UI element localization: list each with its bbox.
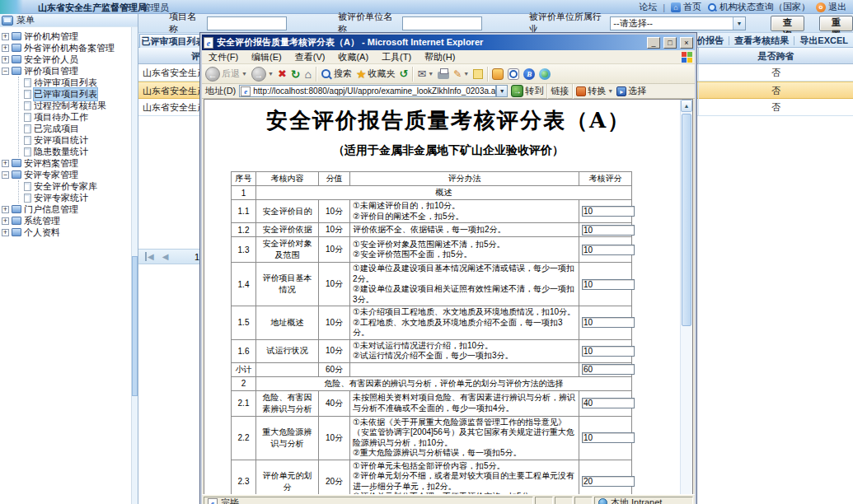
maximize-button[interactable]: □: [663, 37, 677, 49]
expand-icon[interactable]: +: [2, 206, 9, 213]
search-button[interactable]: 搜索: [321, 68, 352, 80]
industry-select[interactable]: --请选择-- ▼: [610, 16, 746, 30]
bluetooth-button[interactable]: B: [523, 68, 535, 80]
content-scrollbar[interactable]: ▲: [680, 100, 692, 497]
expand-icon[interactable]: +: [2, 229, 9, 236]
score-input[interactable]: [582, 317, 635, 328]
score-input[interactable]: [582, 346, 635, 357]
score-input[interactable]: [582, 398, 635, 408]
history-button[interactable]: ↺: [400, 68, 409, 80]
sidebar-item-已评审项目列表[interactable]: 已评审项目列表: [19, 88, 130, 100]
print-icon: [438, 72, 449, 79]
project-name-input[interactable]: [207, 16, 287, 30]
convert-button[interactable]: 转换▼: [576, 85, 613, 97]
cross-province-cell: 否: [698, 82, 853, 99]
reset-button[interactable]: 重置: [819, 16, 853, 31]
content-scrollbar-thumb[interactable]: [682, 114, 691, 326]
home-button[interactable]: ⌂: [305, 68, 312, 81]
menu-item-文件(F)[interactable]: 文件(F): [202, 51, 245, 63]
back-button[interactable]: ← 后退▼: [205, 67, 247, 82]
score-input[interactable]: [582, 279, 635, 290]
prev-page-icon[interactable]: ◀: [162, 252, 169, 261]
query-button[interactable]: 查询: [771, 16, 804, 31]
forum-link[interactable]: 论坛: [639, 1, 657, 13]
org-title: 山东省安全生产监督管理局: [38, 2, 147, 14]
sidebar-item-门户信息管理[interactable]: +门户信息管理: [2, 203, 130, 215]
address-input[interactable]: e http://localhost:8080/aqpj/UI/appro/ex…: [239, 85, 496, 97]
tab-reviewed-projects[interactable]: 已评审项目列表: [139, 34, 207, 48]
minimize-button[interactable]: _: [647, 37, 660, 49]
sidebar-item-外省评价机构备案管理[interactable]: +外省评价机构备案管理: [2, 42, 130, 54]
sidebar-item-过程控制考核结果[interactable]: 过程控制考核结果: [19, 100, 130, 111]
messenger-button[interactable]: [492, 68, 504, 80]
menu-item-帮助(H)[interactable]: 帮助(H): [418, 51, 462, 63]
sidebar-item-安评专家管理[interactable]: −安评专家管理: [2, 169, 130, 180]
research-button[interactable]: [508, 68, 519, 80]
chevron-down-icon[interactable]: ▼: [463, 71, 469, 77]
view-result-link[interactable]: 查看考核结果: [734, 35, 789, 47]
home-link[interactable]: ⌂ 首页: [671, 1, 701, 13]
select-button[interactable]: ▸ 选择: [616, 85, 646, 97]
score-input[interactable]: [582, 476, 635, 487]
chevron-down-icon[interactable]: ▼: [428, 71, 434, 77]
chevron-down-icon[interactable]: ▼: [733, 17, 745, 30]
export-excel-link[interactable]: 导出EXCEL: [799, 35, 848, 47]
sidebar-item-评价项目管理[interactable]: −评价项目管理: [2, 65, 130, 77]
sidebar-item-安评专家统计[interactable]: 安评专家统计: [19, 192, 130, 203]
msn-button[interactable]: [539, 68, 551, 80]
refresh-button[interactable]: ↻: [291, 68, 301, 81]
sidebar-item-已完成项目[interactable]: 已完成项目: [19, 123, 130, 134]
sidebar-item-隐患数量统计[interactable]: 隐患数量统计: [19, 146, 130, 157]
close-button[interactable]: ×: [680, 37, 693, 49]
chevron-down-icon[interactable]: ▼: [607, 88, 613, 94]
chevron-down-icon[interactable]: ▼: [241, 71, 247, 77]
sidebar-item-安全评价人员[interactable]: +安全评价人员: [2, 54, 130, 65]
sidebar-item-系统管理[interactable]: +系统管理: [2, 215, 130, 226]
sidebar-item-安评项目统计[interactable]: 安评项目统计: [19, 134, 130, 146]
score-input[interactable]: [582, 225, 635, 236]
sidebar-item-评价机构管理[interactable]: +评价机构管理: [2, 30, 130, 42]
expand-icon[interactable]: +: [2, 33, 9, 40]
go-button[interactable]: → 转到: [511, 85, 543, 97]
expand-icon[interactable]: +: [2, 217, 9, 225]
scroll-up-icon[interactable]: ▲: [681, 100, 692, 112]
sidebar-scrollbar-thumb[interactable]: [132, 256, 138, 396]
score-value-cell: 20分: [319, 460, 350, 497]
menu-item-收藏(A)[interactable]: 收藏(A): [331, 51, 375, 63]
print-button[interactable]: [438, 68, 449, 79]
edit-button[interactable]: ✎▼: [453, 68, 469, 80]
sidebar-scrollbar[interactable]: [131, 27, 138, 504]
sidebar-item-待评审项目列表[interactable]: 待评审项目列表: [19, 77, 130, 88]
forward-button[interactable]: →▼: [251, 67, 274, 82]
favorites-button[interactable]: ★ 收藏夹: [356, 68, 396, 81]
sidebar-item-个人资料[interactable]: +个人资料: [2, 226, 130, 238]
mail-button[interactable]: ✉▼: [417, 68, 434, 80]
stop-button[interactable]: ✖: [278, 68, 287, 80]
logout-link[interactable]: o 退出: [816, 1, 846, 13]
score-input[interactable]: [582, 206, 635, 217]
score-input[interactable]: [582, 245, 635, 255]
links-button[interactable]: 链接: [551, 85, 569, 97]
collapse-icon[interactable]: −: [2, 68, 9, 75]
menu-item-查看(V)[interactable]: 查看(V): [288, 51, 332, 63]
discuss-button[interactable]: [473, 69, 483, 79]
sidebar-item-项目待办工作[interactable]: 项目待办工作: [19, 111, 130, 123]
score-input[interactable]: [582, 432, 635, 443]
address-dropdown-icon[interactable]: ▼: [496, 85, 508, 97]
collapse-icon[interactable]: −: [2, 171, 9, 179]
window-titlebar[interactable]: e 安全评价报告质量考核评分表（A） - Microsoft Internet …: [202, 35, 695, 50]
unit-name-input[interactable]: [402, 16, 482, 30]
status-panel: [574, 497, 593, 504]
menu-item-编辑(E)[interactable]: 编辑(E): [245, 51, 288, 63]
score-input[interactable]: [582, 364, 635, 375]
expand-icon[interactable]: +: [2, 160, 9, 167]
org-status-link[interactable]: 机构状态查询（国家）: [707, 1, 810, 13]
sidebar-item-安评档案管理[interactable]: +安评档案管理: [2, 157, 130, 169]
expand-icon[interactable]: +: [2, 56, 9, 63]
first-page-icon[interactable]: ◀: [145, 252, 154, 261]
chevron-down-icon[interactable]: ▼: [268, 71, 274, 77]
item-number-cell: 1.3: [232, 237, 256, 263]
menu-item-工具(T)[interactable]: 工具(T): [375, 51, 418, 63]
sidebar-item-安全评价专家库[interactable]: 安全评价专家库: [19, 180, 130, 192]
expand-icon[interactable]: +: [2, 44, 9, 52]
